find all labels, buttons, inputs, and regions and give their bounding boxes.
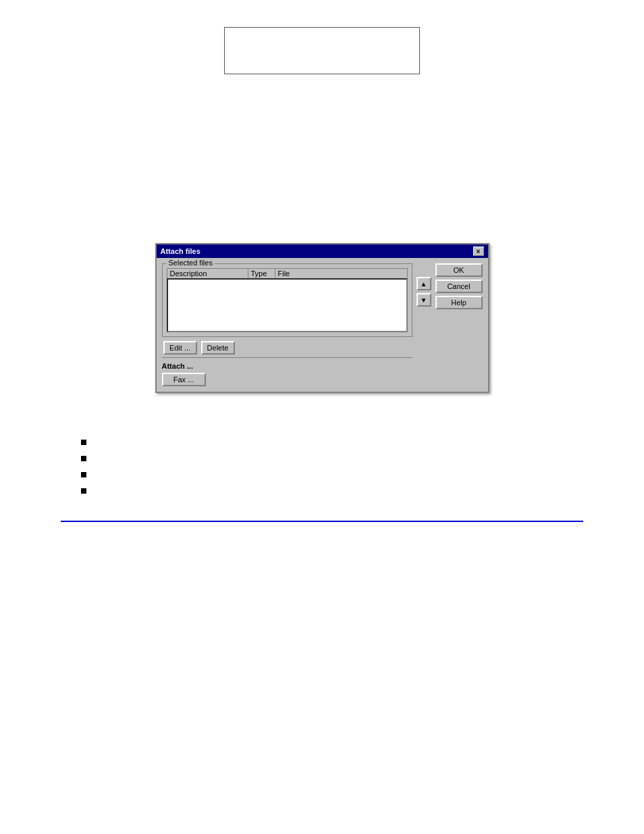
header-file: File <box>275 269 407 278</box>
page-container: Attach files × Selected files Descriptio… <box>0 0 644 834</box>
bullet-icon-2 <box>81 456 86 461</box>
header-type: Type <box>248 269 275 278</box>
edit-button[interactable]: Edit ... <box>163 341 197 355</box>
edit-delete-row: Edit ... Delete <box>162 341 412 355</box>
dialog-title: Attach files <box>161 247 200 255</box>
text-spacer-2 <box>61 107 583 119</box>
dialog-container: Attach files × Selected files Descriptio… <box>61 243 583 393</box>
ok-button[interactable]: OK <box>435 263 483 277</box>
cancel-button[interactable]: Cancel <box>435 280 483 293</box>
header-description: Description <box>167 269 248 278</box>
file-list-header: Description Type File <box>167 268 408 278</box>
dialog-titlebar: Attach files × <box>157 244 488 258</box>
text-spacer-5 <box>61 143 583 155</box>
text-spacer-lg <box>61 216 583 236</box>
text-spacer-4 <box>61 131 583 143</box>
file-list-body <box>167 278 408 332</box>
bullet-icon-1 <box>81 440 86 445</box>
list-item-1 <box>81 437 583 445</box>
spacer-below-dialog <box>61 407 583 427</box>
text-spacer-10 <box>61 204 583 216</box>
attach-label: Attach ... <box>162 362 412 370</box>
selected-files-groupbox: Selected files Description Type File <box>162 263 412 337</box>
help-button[interactable]: Help <box>435 296 483 309</box>
attach-files-dialog: Attach files × Selected files Descriptio… <box>155 243 489 393</box>
list-item-3 <box>81 469 583 477</box>
text-spacer-8 <box>61 180 583 192</box>
dialog-left-panel: Selected files Description Type File <box>162 263 412 386</box>
list-item-4 <box>81 486 583 494</box>
bullet-icon-4 <box>81 488 86 494</box>
text-spacer-6 <box>61 155 583 167</box>
dialog-close-button[interactable]: × <box>473 246 484 256</box>
scroll-down-button[interactable]: ▼ <box>417 293 431 307</box>
scroll-arrows: ▲ ▼ <box>417 277 431 386</box>
top-figure-box <box>224 27 420 74</box>
attach-section: Attach ... Fax ... <box>162 357 412 386</box>
text-spacer-1 <box>61 95 583 107</box>
bottom-rule <box>61 521 583 522</box>
list-item-2 <box>81 453 583 461</box>
file-list: Description Type File <box>167 268 408 332</box>
bullet-icon-3 <box>81 472 86 477</box>
selected-files-label: Selected files <box>167 259 215 267</box>
dialog-right-panel: OK Cancel Help <box>435 263 483 386</box>
delete-button[interactable]: Delete <box>201 341 235 355</box>
scroll-up-button[interactable]: ▲ <box>417 277 431 290</box>
fax-button[interactable]: Fax ... <box>162 373 206 386</box>
dialog-body: Selected files Description Type File <box>157 258 488 392</box>
text-spacer-9 <box>61 192 583 204</box>
text-spacer-7 <box>61 167 583 180</box>
bullet-list <box>81 437 583 494</box>
text-spacer-3 <box>61 119 583 131</box>
